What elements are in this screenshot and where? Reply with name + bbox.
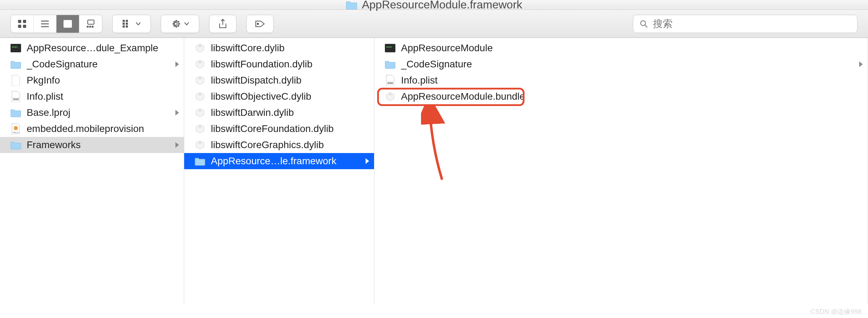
svg-rect-7 bbox=[64, 20, 72, 27]
lego-icon bbox=[194, 123, 206, 135]
item-label: libswiftDispatch.dylib bbox=[211, 75, 369, 86]
svg-rect-3 bbox=[23, 25, 26, 28]
svg-rect-13 bbox=[92, 26, 93, 27]
svg-rect-1 bbox=[23, 20, 26, 23]
svg-rect-11 bbox=[87, 26, 88, 27]
list-item[interactable]: _CodeSignature bbox=[374, 56, 868, 72]
item-label: AppResourceModule bbox=[401, 42, 863, 54]
lego-icon bbox=[384, 91, 396, 102]
item-label: AppResource…dule_Example bbox=[27, 42, 179, 54]
svg-rect-18 bbox=[126, 23, 128, 25]
svg-point-33 bbox=[199, 110, 201, 111]
svg-rect-17 bbox=[126, 20, 128, 22]
item-label: _CodeSignature bbox=[401, 59, 854, 70]
chevron-right-icon bbox=[175, 142, 179, 148]
list-item[interactable]: PLISTInfo.plist bbox=[0, 88, 184, 105]
list-item[interactable]: _CodeSignature bbox=[0, 56, 184, 72]
folder-icon bbox=[10, 139, 22, 151]
search-field[interactable] bbox=[633, 15, 857, 33]
svg-rect-19 bbox=[126, 26, 128, 27]
svg-point-32 bbox=[199, 94, 201, 95]
svg-point-34 bbox=[199, 126, 201, 127]
column-1[interactable]: libswiftCore.dyliblibswiftFoundation.dyl… bbox=[184, 38, 374, 304]
folder-icon bbox=[346, 0, 358, 11]
list-item[interactable]: libswiftDispatch.dylib bbox=[184, 72, 374, 88]
item-label: libswiftFoundation.dylib bbox=[211, 59, 369, 70]
chevron-right-icon bbox=[175, 110, 179, 115]
list-item[interactable]: Base.lproj bbox=[0, 105, 184, 121]
lego-icon bbox=[194, 74, 206, 86]
list-item[interactable]: PROVembedded.mobileprovision bbox=[0, 121, 184, 137]
item-label: Info.plist bbox=[401, 75, 863, 86]
item-label: libswiftDarwin.dylib bbox=[211, 107, 369, 118]
list-item[interactable]: execAppResource…dule_Example bbox=[0, 40, 184, 56]
list-item[interactable]: PLISTInfo.plist bbox=[374, 72, 868, 88]
tags-button[interactable] bbox=[246, 15, 274, 33]
item-label: PkgInfo bbox=[27, 75, 179, 86]
svg-rect-10 bbox=[88, 20, 94, 24]
view-column-button[interactable] bbox=[56, 15, 79, 33]
item-label: Frameworks bbox=[27, 139, 171, 151]
svg-text:exec: exec bbox=[12, 46, 18, 48]
lego-icon bbox=[194, 139, 206, 151]
view-list-button[interactable] bbox=[34, 15, 56, 33]
tag-icon bbox=[255, 20, 265, 28]
action-button[interactable] bbox=[161, 15, 199, 33]
item-label: AppResourceModule.bundle bbox=[401, 91, 863, 102]
list-item[interactable]: execAppResourceModule bbox=[374, 40, 868, 56]
blank-icon bbox=[10, 74, 22, 86]
svg-point-29 bbox=[199, 45, 201, 47]
lego-icon bbox=[194, 107, 206, 119]
window-title: AppResourceModule.framework bbox=[362, 0, 522, 11]
list-item[interactable]: PkgInfo bbox=[0, 72, 184, 88]
list-item[interactable]: libswiftDarwin.dylib bbox=[184, 105, 374, 121]
folder-icon bbox=[194, 155, 206, 167]
window-titlebar: AppResourceModule.framework bbox=[0, 0, 868, 10]
column-0[interactable]: execAppResource…dule_Example_CodeSignatu… bbox=[0, 38, 184, 304]
search-input[interactable] bbox=[653, 18, 851, 29]
list-item[interactable]: AppResourceModule.bundle bbox=[374, 88, 868, 105]
watermark: CSDN @边缘998 bbox=[810, 307, 862, 316]
list-item[interactable]: libswiftCoreFoundation.dylib bbox=[184, 121, 374, 137]
svg-text:PROV: PROV bbox=[13, 132, 19, 134]
column-2[interactable]: execAppResourceModule_CodeSignaturePLIST… bbox=[374, 38, 868, 304]
item-label: embedded.mobileprovision bbox=[27, 123, 179, 134]
svg-rect-16 bbox=[123, 26, 125, 27]
view-icon-button[interactable] bbox=[11, 15, 34, 33]
column-browser: execAppResource…dule_Example_CodeSignatu… bbox=[0, 38, 868, 304]
lego-icon bbox=[194, 91, 206, 102]
svg-text:exec: exec bbox=[386, 46, 392, 48]
prov-icon: PROV bbox=[10, 123, 22, 135]
svg-point-27 bbox=[14, 126, 18, 130]
arrange-button[interactable] bbox=[112, 15, 151, 33]
share-icon bbox=[218, 19, 227, 29]
lego-icon bbox=[194, 58, 206, 70]
list-item[interactable]: Frameworks bbox=[0, 137, 184, 153]
item-label: _CodeSignature bbox=[27, 59, 171, 70]
list-item[interactable]: libswiftObjectiveC.dylib bbox=[184, 88, 374, 105]
item-label: libswiftCoreFoundation.dylib bbox=[211, 123, 369, 134]
list-item[interactable]: libswiftCore.dylib bbox=[184, 40, 374, 56]
plist-icon: PLIST bbox=[384, 74, 396, 86]
list-item[interactable]: libswiftCoreGraphics.dylib bbox=[184, 137, 374, 153]
svg-rect-14 bbox=[123, 20, 125, 22]
svg-point-40 bbox=[389, 94, 392, 95]
item-label: libswiftObjectiveC.dylib bbox=[211, 91, 369, 102]
folder-icon bbox=[384, 58, 396, 70]
list-item[interactable]: AppResource…le.framework bbox=[184, 153, 374, 169]
search-icon bbox=[640, 20, 648, 28]
folder-icon bbox=[10, 107, 22, 119]
exec-icon: exec bbox=[10, 42, 22, 54]
exec-icon: exec bbox=[384, 42, 396, 54]
share-button[interactable] bbox=[209, 15, 236, 33]
gear-icon bbox=[171, 19, 181, 29]
svg-rect-12 bbox=[89, 26, 91, 27]
chevron-right-icon bbox=[175, 61, 179, 67]
view-gallery-button[interactable] bbox=[79, 15, 102, 33]
svg-point-35 bbox=[199, 142, 201, 144]
svg-point-30 bbox=[199, 61, 201, 63]
item-label: Info.plist bbox=[27, 91, 179, 102]
list-item[interactable]: libswiftFoundation.dylib bbox=[184, 56, 374, 72]
item-label: AppResource…le.framework bbox=[211, 155, 361, 167]
plist-icon: PLIST bbox=[10, 91, 22, 102]
